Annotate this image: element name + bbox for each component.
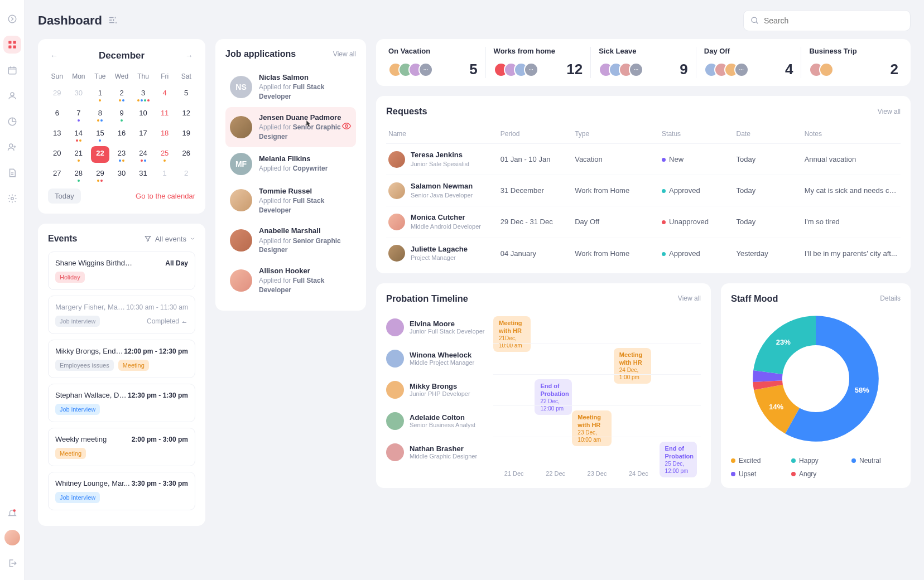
calendar-day[interactable]: 28	[70, 166, 88, 183]
sidebar-item-documents[interactable]	[3, 164, 21, 182]
sidebar-item-users[interactable]	[3, 87, 21, 105]
calendar-day[interactable]: 12	[177, 106, 195, 123]
user-avatar[interactable]	[4, 530, 20, 545]
calendar-day[interactable]: 4	[156, 86, 174, 103]
user-plus-icon	[7, 142, 17, 152]
request-notes: Annual vacation	[805, 155, 898, 163]
timeline-person[interactable]: Nathan BrasherMiddle Graphic Designer	[386, 437, 487, 468]
calendar-day[interactable]: 31	[134, 166, 152, 183]
event-title: Whitney Lounge, Mar...	[55, 479, 130, 487]
job-application-item[interactable]: Tommie RusselApplied for Full Stack Deve…	[225, 181, 356, 221]
timeline-bar[interactable]: End of Probation25 Dec, 12:00 pm	[660, 442, 697, 478]
events-filter[interactable]: All events	[144, 235, 195, 243]
status-block[interactable]: Day Off···4	[696, 47, 802, 78]
job-application-item[interactable]: Allison HookerApplied for Full Stack Dev…	[225, 260, 356, 301]
calendar-day[interactable]: 27	[48, 166, 66, 183]
calendar-day[interactable]: 29	[48, 86, 66, 103]
timeline-person[interactable]: Winona WheelockMiddle Project Manager	[386, 343, 487, 374]
calendar-day[interactable]: 11	[156, 106, 174, 123]
request-row[interactable]: Salamon NewmanSenior Java Developer31 De…	[386, 175, 901, 206]
calendar-day[interactable]: 10	[134, 106, 152, 123]
calendar-day[interactable]: 5	[177, 86, 195, 103]
job-application-item[interactable]: Anabelle MarshallApplied for Senior Grap…	[225, 220, 356, 260]
calendar-day[interactable]: 30	[113, 166, 131, 183]
calendar-day[interactable]: 30	[70, 86, 88, 103]
calendar-day[interactable]: 19	[177, 126, 195, 143]
sidebar-item-logout[interactable]	[3, 554, 21, 572]
calendar-day[interactable]: 13	[48, 126, 66, 143]
calendar-next-button[interactable]: →	[183, 49, 195, 62]
requests-column-header: Date	[736, 130, 798, 138]
calendar-day[interactable]: 9	[113, 106, 131, 123]
calendar-day[interactable]: 22	[91, 146, 109, 163]
calendar-day[interactable]: 29	[91, 166, 109, 183]
avatar	[819, 62, 834, 77]
calendar-prev-button[interactable]: ←	[48, 49, 60, 62]
calendar-day[interactable]: 18	[156, 126, 174, 143]
mood-legend-item: Excited	[731, 457, 780, 465]
calendar-day[interactable]: 1	[91, 86, 109, 103]
sidebar-item-settings[interactable]	[3, 190, 21, 207]
timeline-view-all[interactable]: View all	[678, 294, 701, 302]
status-block[interactable]: Works from home···12	[486, 47, 591, 78]
status-count: 4	[785, 61, 793, 78]
calendar-today-button[interactable]: Today	[48, 188, 81, 204]
calendar-day[interactable]: 20	[48, 146, 66, 163]
avatar	[230, 229, 252, 252]
calendar-day[interactable]: 25	[156, 146, 174, 163]
mood-details-link[interactable]: Details	[880, 294, 901, 302]
sidebar-item-stats[interactable]	[3, 113, 21, 130]
request-row[interactable]: Juliette LagacheProject Manager04 Januar…	[386, 238, 901, 269]
sidebar-item-add-user[interactable]	[3, 138, 21, 156]
timeline-axis-label: 23 Dec	[576, 470, 618, 477]
timeline-person[interactable]: Elvina MooreJunior Full Stack Developer	[386, 312, 487, 343]
event-item[interactable]: Weekly meeting2:00 pm - 3:00 pmMeeting	[48, 428, 195, 466]
calendar-day[interactable]: 26	[177, 146, 195, 163]
calendar-day[interactable]: 6	[48, 106, 66, 123]
calendar-day[interactable]: 1	[156, 166, 174, 183]
events-filter-label: All events	[155, 235, 186, 243]
sliders-icon[interactable]	[108, 15, 118, 27]
job-application-item[interactable]: Jensen Duane PadmoreApplied for Senior G…	[225, 107, 356, 147]
status-block[interactable]: On Vacation···5	[381, 47, 486, 78]
requests-view-all[interactable]: View all	[878, 108, 901, 115]
calendar-day[interactable]: 24	[134, 146, 152, 163]
events-card: Events All events Shane Wiggins Birthday…	[38, 224, 205, 526]
calendar-day[interactable]: 23	[113, 146, 131, 163]
calendar-day[interactable]: 17	[134, 126, 152, 143]
calendar-day[interactable]: 15	[91, 126, 109, 143]
timeline-person[interactable]: Mikky BrongsJunior PHP Developer	[386, 374, 487, 405]
event-item[interactable]: Shane Wiggins Birthday!All DayHoliday	[48, 252, 195, 290]
sidebar-item-logo[interactable]	[3, 10, 21, 28]
sidebar-item-calendar[interactable]	[3, 61, 21, 79]
event-item[interactable]: Margery Fisher, Mark...10:30 am - 11:30 …	[48, 296, 195, 334]
request-row[interactable]: Teresa JenkinsJunior Sale Spesialist01 J…	[386, 144, 901, 175]
timeline-person[interactable]: Adelaide ColtonSenior Business Analyst	[386, 405, 487, 437]
request-row[interactable]: Monica CutcherMiddle Android Developer29…	[386, 206, 901, 238]
calendar-day[interactable]: 7	[70, 106, 88, 123]
event-item[interactable]: Whitney Lounge, Mar...3:30 pm - 3:30 pmJ…	[48, 472, 195, 510]
calendar-day[interactable]: 2	[177, 166, 195, 183]
event-item[interactable]: Mikky Brongs, End of...12:00 pm - 12:30 …	[48, 340, 195, 378]
status-block[interactable]: Business Trip2	[801, 47, 906, 78]
job-application-item[interactable]: MFMelania FilkinsApplied for Copywriter	[225, 147, 356, 181]
request-period: 29 Dec - 31 Dec	[501, 218, 569, 226]
calendar-day[interactable]: 3	[134, 86, 152, 103]
calendar-day[interactable]: 21	[70, 146, 88, 163]
calendar-day[interactable]: 14	[70, 126, 88, 143]
calendar-day[interactable]: 2	[113, 86, 131, 103]
sidebar-item-notifications[interactable]	[3, 504, 21, 522]
calendar-day[interactable]: 16	[113, 126, 131, 143]
more-avatar: ···	[629, 62, 643, 77]
calendar-day[interactable]: 8	[91, 106, 109, 123]
job-application-item[interactable]: NSNiclas SalmonApplied for Full Stack De…	[225, 67, 356, 107]
cursor-icon	[304, 119, 312, 130]
status-block[interactable]: Sick Leave···9	[591, 47, 696, 78]
eye-icon[interactable]	[341, 121, 352, 133]
sidebar-item-dashboard[interactable]	[3, 36, 21, 54]
mood-legend-item: Neutral	[851, 457, 901, 465]
search-input[interactable]	[764, 16, 903, 25]
calendar-goto-link[interactable]: Go to the calendar	[136, 192, 195, 200]
event-item[interactable]: Stephan Wallace, Dev...12:30 pm - 1:30 p…	[48, 384, 195, 422]
job-applications-view-all[interactable]: View all	[333, 50, 356, 58]
